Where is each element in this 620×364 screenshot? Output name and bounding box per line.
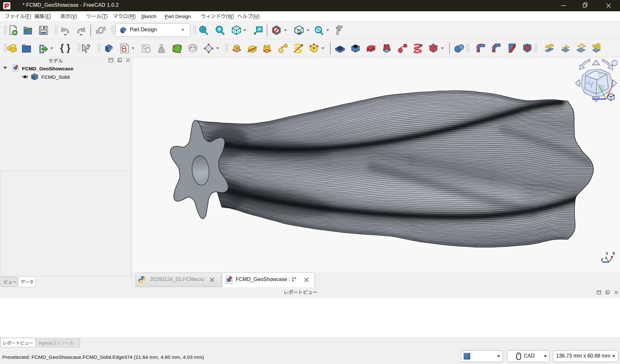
svg-text:X: X xyxy=(613,251,615,255)
svg-text:Python: Python xyxy=(39,341,52,346)
svg-text:Y: Y xyxy=(606,252,608,256)
svg-text:Z: Z xyxy=(601,258,603,262)
